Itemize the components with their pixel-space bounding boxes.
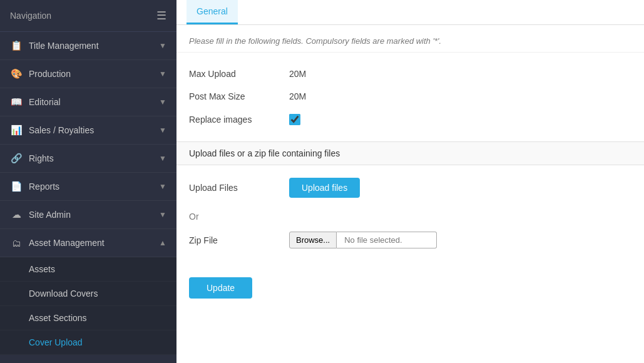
rights-icon: 🔗: [10, 152, 23, 165]
main-content: General Please fill in the following fie…: [176, 0, 644, 363]
sidebar-item-download-covers[interactable]: Download Covers: [0, 282, 176, 306]
sidebar: Navigation ☰ 📋 Title Management ▼ 🎨 Prod…: [0, 0, 176, 363]
upload-section: Upload Files Upload files Or Zip File Br…: [176, 165, 644, 271]
sidebar-item-rights[interactable]: 🔗 Rights ▼: [0, 145, 176, 173]
file-input-wrapper: Browse... No file selected.: [289, 232, 437, 248]
reports-icon: 📄: [10, 180, 23, 193]
production-icon: 🎨: [10, 68, 23, 80]
sidebar-item-site-admin[interactable]: ☁ Site Admin ▼: [0, 201, 176, 229]
chevron-down-icon: ▼: [159, 69, 166, 78]
sidebar-item-asset-sections[interactable]: Asset Sections: [0, 306, 176, 330]
update-button[interactable]: Update: [189, 277, 252, 299]
hamburger-icon[interactable]: ☰: [156, 9, 166, 23]
max-upload-row: Max Upload 20M: [189, 63, 631, 85]
sidebar-item-asset-management[interactable]: 🗂 Asset Management ▲: [0, 229, 176, 257]
post-max-size-value: 20M: [289, 91, 306, 101]
replace-images-checkbox[interactable]: [289, 114, 300, 125]
chevron-down-icon: ▼: [159, 126, 166, 135]
sidebar-item-title-management[interactable]: 📋 Title Management ▼: [0, 32, 176, 60]
post-max-size-row: Post Max Size 20M: [189, 85, 631, 108]
editorial-icon: 📖: [10, 96, 23, 108]
sidebar-item-sales-royalties[interactable]: 📊 Sales / Royalties ▼: [0, 116, 176, 145]
browse-button[interactable]: Browse...: [289, 232, 337, 248]
sidebar-item-editorial[interactable]: 📖 Editorial ▼: [0, 88, 176, 116]
or-text: Or: [189, 208, 631, 225]
sidebar-item-label: Reports: [29, 182, 59, 192]
sidebar-item-label: Editorial: [29, 97, 61, 107]
upload-files-row: Upload Files Upload files: [189, 178, 631, 198]
form-section: Max Upload 20M Post Max Size 20M Replace…: [176, 53, 644, 141]
zip-file-row: Zip File Browse... No file selected.: [189, 232, 631, 248]
sidebar-item-label: Asset Management: [29, 238, 105, 248]
title-management-icon: 📋: [10, 39, 23, 52]
sidebar-item-label: Site Admin: [29, 210, 71, 220]
asset-management-icon: 🗂: [10, 237, 23, 249]
sidebar-item-label: Rights: [29, 153, 54, 163]
upload-section-header: Upload files or a zip file containing fi…: [176, 141, 644, 165]
zip-file-label: Zip File: [189, 235, 289, 245]
chevron-down-icon: ▼: [159, 210, 166, 219]
post-max-size-label: Post Max Size: [189, 91, 289, 101]
update-row: Update: [176, 271, 644, 311]
sidebar-item-cover-upload[interactable]: Cover Upload: [0, 330, 176, 355]
asset-management-submenu: Assets Download Covers Asset Sections Co…: [0, 257, 176, 355]
form-notice: Please fill in the following fields. Com…: [176, 25, 644, 53]
upload-files-button[interactable]: Upload files: [289, 178, 360, 198]
upload-files-label: Upload Files: [189, 183, 289, 193]
sidebar-item-label: Sales / Royalties: [29, 125, 94, 135]
chevron-down-icon: ▼: [159, 182, 166, 191]
sales-royalties-icon: 📊: [10, 124, 23, 136]
sidebar-item-label: Production: [29, 69, 71, 79]
tab-general[interactable]: General: [187, 0, 238, 24]
content-area: Please fill in the following fields. Com…: [176, 25, 644, 363]
max-upload-label: Max Upload: [189, 69, 289, 79]
replace-images-row: Replace images: [189, 108, 631, 131]
sidebar-item-reports[interactable]: 📄 Reports ▼: [0, 173, 176, 201]
navigation-label: Navigation: [10, 11, 51, 21]
sidebar-item-label: Title Management: [29, 41, 99, 51]
chevron-up-icon: ▲: [159, 238, 166, 247]
tab-bar: General: [176, 0, 644, 25]
replace-images-label: Replace images: [189, 115, 289, 125]
chevron-down-icon: ▼: [159, 98, 166, 106]
sidebar-item-assets[interactable]: Assets: [0, 257, 176, 282]
chevron-down-icon: ▼: [159, 154, 166, 163]
file-name-display: No file selected.: [337, 232, 437, 248]
site-admin-icon: ☁: [10, 208, 23, 221]
sidebar-header: Navigation ☰: [0, 0, 176, 32]
sidebar-item-production[interactable]: 🎨 Production ▼: [0, 60, 176, 88]
max-upload-value: 20M: [289, 69, 306, 79]
chevron-down-icon: ▼: [159, 41, 166, 50]
